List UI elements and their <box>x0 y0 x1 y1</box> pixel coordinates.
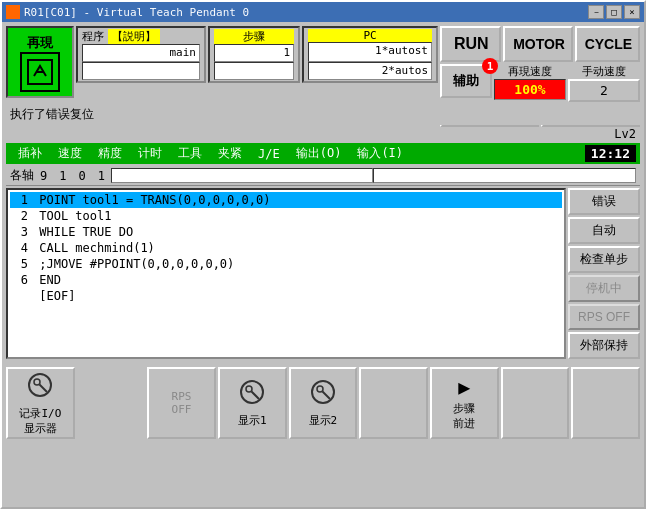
time-display: 12:12 <box>585 145 636 162</box>
close-btn[interactable]: × <box>624 5 640 19</box>
replan-label: 再現 <box>27 34 53 52</box>
program-panel: 程序 【説明】 main <box>76 26 206 83</box>
external-hold-button[interactable]: 外部保持 <box>568 332 640 359</box>
replay-speed-label: 再現速度 <box>508 64 552 79</box>
top-row: 再現 程序 【説明】 <box>6 26 640 102</box>
toolbar-item-4[interactable]: 工具 <box>170 145 210 162</box>
display2-icon <box>309 378 337 411</box>
replay-speed-value: 100% <box>494 79 566 100</box>
toolbar-item-5[interactable]: 夹紧 <box>210 145 250 162</box>
line-text-4: CALL mechmind(1) <box>39 241 155 255</box>
stop-button[interactable]: 停机中 <box>568 275 640 302</box>
toolbar-item-1[interactable]: 速度 <box>50 145 90 162</box>
line-num-1: 1 <box>12 193 28 207</box>
run-button[interactable]: RUN <box>440 26 501 62</box>
code-line-1[interactable]: 1 POINT tool1 = TRANS(0,0,0,0,0,0) <box>10 192 562 208</box>
motor-button[interactable]: MOTOR <box>503 26 573 62</box>
title-text: R01[C01] - Virtual Teach Pendant 0 <box>24 6 249 19</box>
toolbar-item-6[interactable]: J/E <box>250 147 288 161</box>
manual-speed-panel: 手动速度 2 <box>568 64 640 102</box>
step-panel: 步骤 1 <box>208 26 300 83</box>
minimize-btn[interactable]: － <box>588 5 604 19</box>
line-text-3: WHILE TRUE DO <box>39 225 133 239</box>
info-row-top: 程序 【説明】 main 步骤 1 PC <box>76 26 438 83</box>
display2-svg <box>309 378 337 406</box>
red-badge: 1 <box>482 58 498 74</box>
step-forward-icon: ▶ <box>458 375 470 399</box>
axis-bracket-1 <box>111 168 374 183</box>
status-bar: 执行了错误复位 <box>6 104 640 125</box>
cycle-button[interactable]: CYCLE <box>575 26 640 62</box>
empty-btn-1 <box>359 367 428 439</box>
svg-line-4 <box>40 384 48 392</box>
toolbar-item-3[interactable]: 计时 <box>130 145 170 162</box>
empty-btn-2 <box>501 367 570 439</box>
empty-btn-3 <box>571 367 640 439</box>
toolbar-item-8[interactable]: 输入(I) <box>349 145 411 162</box>
code-line-6[interactable]: 6 END <box>10 272 562 288</box>
bottom-area: 记录I/O显示器 RPSOFF 显示1 <box>2 363 644 445</box>
toolbar-item-2[interactable]: 精度 <box>90 145 130 162</box>
line-num-5: 5 <box>12 257 28 271</box>
replan-icon <box>24 56 56 88</box>
log-io-icon <box>26 371 54 404</box>
line-num-3: 3 <box>12 225 28 239</box>
app-window: R01[C01] - Virtual Teach Pendant 0 － □ ×… <box>0 0 646 509</box>
log-io-button[interactable]: 记录I/O显示器 <box>6 367 75 439</box>
axis-val-2: 0 <box>78 169 85 183</box>
replan-button[interactable]: 再現 <box>6 26 74 98</box>
rps-off-button[interactable]: RPS OFF <box>568 304 640 330</box>
rps-off-bottom-label: RPSOFF <box>172 390 192 416</box>
line-text-5: ;JMOVE #PPOINT(0,0,0,0,0,0) <box>39 257 234 271</box>
code-line-eof: [EOF] <box>10 288 562 304</box>
program-label: 程序 <box>82 29 104 44</box>
code-line-3[interactable]: 3 WHILE TRUE DO <box>10 224 562 240</box>
line-text-6: END <box>39 273 61 287</box>
step-value2 <box>214 62 294 80</box>
svg-point-6 <box>246 386 252 392</box>
title-bar: R01[C01] - Virtual Teach Pendant 0 － □ × <box>2 2 644 22</box>
svg-point-3 <box>34 379 40 385</box>
step-forward-button[interactable]: ▶ 步骤前进 <box>430 367 499 439</box>
spacer-1 <box>77 367 146 441</box>
display1-svg <box>238 378 266 406</box>
axis-val-1: 1 <box>59 169 66 183</box>
toolbar-item-7[interactable]: 输出(O) <box>288 145 350 162</box>
replan-icon-box <box>20 52 60 92</box>
auto-button[interactable]: 自动 <box>568 217 640 244</box>
top-buttons: RUN MOTOR CYCLE <box>440 26 640 62</box>
green-toolbar: 插补 速度 精度 计时 工具 夹紧 J/E 输出(O) 输入(I) 12:12 <box>6 143 640 164</box>
rps-off-bottom-button[interactable]: RPSOFF <box>147 367 216 439</box>
code-editor[interactable]: 1 POINT tool1 = TRANS(0,0,0,0,0,0) 2 TOO… <box>6 188 566 359</box>
code-line-5[interactable]: 5 ;JMOVE #PPOINT(0,0,0,0,0,0) <box>10 256 562 272</box>
display1-button[interactable]: 显示1 <box>218 367 287 439</box>
line-num-6: 6 <box>12 273 28 287</box>
code-line-4[interactable]: 4 CALL mechmind(1) <box>10 240 562 256</box>
manual-speed-value: 2 <box>568 79 640 102</box>
code-line-2[interactable]: 2 TOOL tool1 <box>10 208 562 224</box>
line-text-1: POINT tool1 = TRANS(0,0,0,0,0,0) <box>39 193 270 207</box>
error-button[interactable]: 错误 <box>568 188 640 215</box>
maximize-btn[interactable]: □ <box>606 5 622 19</box>
toolbar-item-0[interactable]: 插补 <box>10 145 50 162</box>
log-io-svg <box>26 371 54 399</box>
axis-val-0: 9 <box>40 169 47 183</box>
axis-val-3: 1 <box>98 169 105 183</box>
check-step-button[interactable]: 检查单步 <box>568 246 640 273</box>
svg-line-10 <box>322 392 330 400</box>
pc-panel: PC 1*autost 2*autos <box>302 26 438 83</box>
axis-row: 各轴 9 1 0 1 <box>6 166 640 186</box>
line-num-4: 4 <box>12 241 28 255</box>
display1-icon <box>238 378 266 411</box>
pc-label: PC <box>308 29 432 42</box>
assist-speed-row: 辅助 1 再現速度 100% 手动速度 2 <box>440 64 640 102</box>
display2-button[interactable]: 显示2 <box>289 367 358 439</box>
program-note: 【説明】 <box>108 29 160 44</box>
step-value: 1 <box>214 44 294 62</box>
title-controls: － □ × <box>588 5 640 19</box>
app-icon <box>6 5 20 19</box>
step-forward-label: 步骤前进 <box>453 401 475 431</box>
assist-area: 辅助 1 <box>440 64 492 102</box>
line-text-2: TOOL tool1 <box>39 209 111 223</box>
manual-speed-label: 手动速度 <box>582 64 626 79</box>
